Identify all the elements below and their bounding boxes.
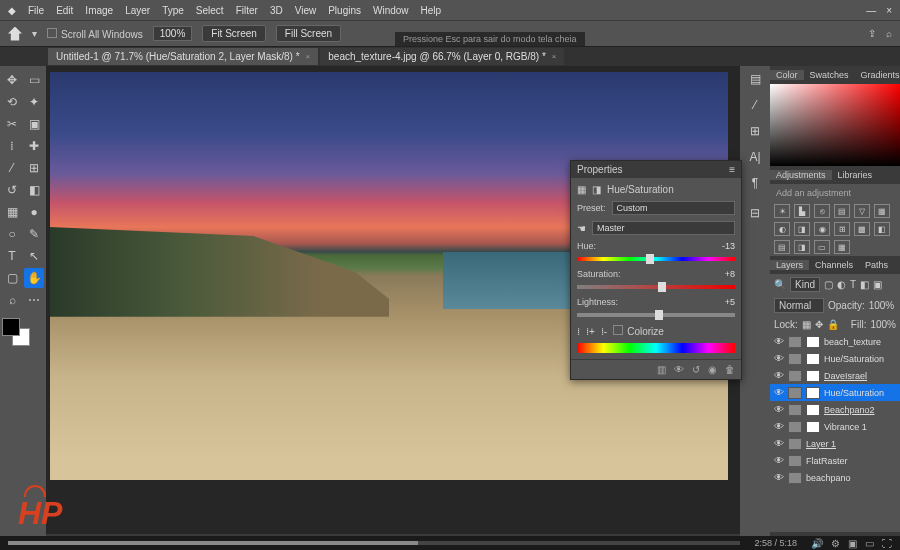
brush-tool[interactable]: ⁄ [2, 158, 22, 178]
channel-select[interactable]: Master [592, 221, 735, 235]
saturation-value[interactable]: +8 [725, 269, 735, 279]
lock-all-icon[interactable]: 🔒 [827, 319, 839, 330]
layer-row[interactable]: 👁Vibrance 1 [770, 418, 900, 435]
history-icon[interactable]: ▤ [750, 72, 761, 86]
colorize-checkbox[interactable]: Colorize [613, 325, 664, 337]
layer-filter[interactable]: Kind [790, 277, 820, 292]
para-icon[interactable]: ¶ [752, 176, 758, 190]
panel-menu-icon[interactable]: ≡ [729, 164, 735, 175]
adj-hue[interactable]: ▦ [874, 204, 890, 218]
chevron-down-icon[interactable]: ▾ [32, 28, 37, 39]
blur-tool[interactable]: ● [24, 202, 44, 222]
tab-paths[interactable]: Paths [859, 260, 894, 270]
saturation-slider[interactable] [577, 285, 735, 289]
reset-icon[interactable]: ↺ [692, 364, 700, 375]
wand-tool[interactable]: ✦ [24, 92, 44, 112]
filter-smart-icon[interactable]: ▣ [873, 279, 882, 290]
menu-select[interactable]: Select [196, 5, 224, 16]
tab-color[interactable]: Color [770, 70, 804, 80]
adj-levels[interactable]: ▙ [794, 204, 810, 218]
marquee-tool[interactable]: ▭ [24, 70, 44, 90]
eraser-tool[interactable]: ◧ [24, 180, 44, 200]
menu-plugins[interactable]: Plugins [328, 5, 361, 16]
eyedropper-icon[interactable]: ⁞ [577, 326, 580, 337]
eyedropper-sub-icon[interactable]: ⁞- [601, 326, 607, 337]
layer-row[interactable]: 👁Layer 1 [770, 435, 900, 452]
menu-window[interactable]: Window [373, 5, 409, 16]
tab-libraries[interactable]: Libraries [832, 170, 879, 180]
visibility-icon[interactable]: 👁 [774, 404, 784, 415]
menu-image[interactable]: Image [85, 5, 113, 16]
minimize-button[interactable]: — [866, 5, 876, 16]
home-icon[interactable] [8, 27, 22, 41]
adj-thresh[interactable]: ◨ [794, 240, 810, 254]
hand-tool[interactable]: ✋ [24, 268, 44, 288]
zoom-tool[interactable]: ⌕ [2, 290, 22, 310]
adj-curves[interactable]: ⎋ [814, 204, 830, 218]
visibility-icon[interactable]: 👁 [774, 336, 784, 347]
hand-icon[interactable]: ☚ [577, 223, 586, 234]
adj-lookup[interactable]: ▩ [854, 222, 870, 236]
tab-beach-texture[interactable]: beach_texture-4.jpg @ 66.7% (Layer 0, RG… [320, 48, 564, 65]
hue-value[interactable]: -13 [722, 241, 735, 251]
visibility-icon[interactable]: 👁 [774, 438, 784, 449]
gradient-tool[interactable]: ▦ [2, 202, 22, 222]
seek-bar[interactable] [8, 541, 740, 545]
tab-channels[interactable]: Channels [809, 260, 859, 270]
adj-exposure[interactable]: ▤ [834, 204, 850, 218]
tab-untitled[interactable]: Untitled-1 @ 71.7% (Hue/Saturation 2, La… [48, 48, 318, 65]
search-icon[interactable]: ⌕ [886, 28, 892, 39]
pip-icon[interactable]: ▣ [848, 538, 857, 549]
filter-pixel-icon[interactable]: ▢ [824, 279, 833, 290]
adj-colorbal[interactable]: ◐ [774, 222, 790, 236]
visibility-icon[interactable]: 👁 [774, 421, 784, 432]
pen-tool[interactable]: ✎ [24, 224, 44, 244]
adj-selcolor[interactable]: ▦ [834, 240, 850, 254]
opacity-value[interactable]: 100% [869, 300, 895, 311]
volume-icon[interactable]: 🔊 [811, 538, 823, 549]
theater-icon[interactable]: ▭ [865, 538, 874, 549]
tab-gradients[interactable]: Gradients [855, 70, 900, 80]
eyedropper-add-icon[interactable]: ⁞+ [586, 326, 595, 337]
settings-icon[interactable]: ⚙ [831, 538, 840, 549]
trash-icon[interactable]: 🗑 [725, 364, 735, 375]
visibility-icon[interactable]: 👁 [774, 387, 784, 398]
visibility-icon[interactable]: 👁 [774, 370, 784, 381]
fill-screen-button[interactable]: Fill Screen [276, 25, 341, 42]
preset-select[interactable]: Custom [612, 201, 735, 215]
visibility-icon[interactable]: 👁 [774, 472, 784, 483]
layer-row[interactable]: 👁beachpano [770, 469, 900, 486]
move-tool[interactable]: ✥ [2, 70, 22, 90]
view-prev-icon[interactable]: 👁 [674, 364, 684, 375]
brush-icon[interactable]: ⁄ [754, 98, 756, 112]
toggle-vis-icon[interactable]: ◉ [708, 364, 717, 375]
lock-position-icon[interactable]: ✥ [815, 319, 823, 330]
clip-icon[interactable]: ▥ [657, 364, 666, 375]
fit-screen-button[interactable]: Fit Screen [202, 25, 266, 42]
fill-value[interactable]: 100% [870, 319, 896, 330]
type-tool[interactable]: T [2, 246, 22, 266]
layer-row[interactable]: 👁Hue/Saturation [770, 350, 900, 367]
close-icon[interactable]: × [552, 52, 557, 61]
shape-tool[interactable]: ▢ [2, 268, 22, 288]
tab-adjustments[interactable]: Adjustments [770, 170, 832, 180]
adj-brightness[interactable]: ☀ [774, 204, 790, 218]
layer-row[interactable]: 👁Beachpano2 [770, 401, 900, 418]
properties-icon[interactable]: ⊟ [750, 206, 760, 220]
frame-tool[interactable]: ▣ [24, 114, 44, 134]
eyedropper-tool[interactable]: ⁞ [2, 136, 22, 156]
history-brush-tool[interactable]: ↺ [2, 180, 22, 200]
layer-row[interactable]: 👁Hue/Saturation [770, 384, 900, 401]
heal-tool[interactable]: ✚ [24, 136, 44, 156]
share-icon[interactable]: ⇪ [868, 28, 876, 39]
lock-pixels-icon[interactable]: ▦ [802, 319, 811, 330]
clone-icon[interactable]: ⊞ [750, 124, 760, 138]
dodge-tool[interactable]: ○ [2, 224, 22, 244]
more-tool[interactable]: ⋯ [24, 290, 44, 310]
layer-row[interactable]: 👁beach_texture [770, 333, 900, 350]
visibility-icon[interactable]: 👁 [774, 455, 784, 466]
path-tool[interactable]: ↖ [24, 246, 44, 266]
fullscreen-icon[interactable]: ⛶ [882, 538, 892, 549]
close-button[interactable]: × [886, 5, 892, 16]
scroll-all-checkbox[interactable]: Scroll All Windows [47, 28, 143, 40]
